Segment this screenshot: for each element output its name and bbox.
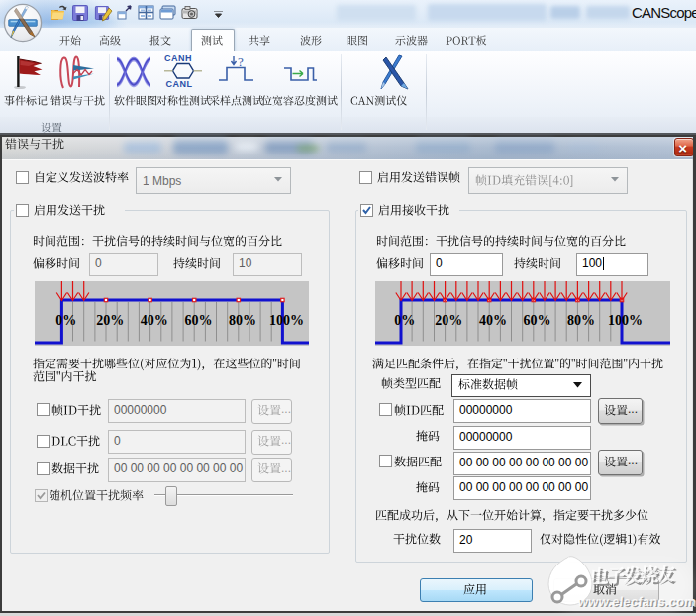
svg-text:?: ?: [238, 54, 244, 69]
